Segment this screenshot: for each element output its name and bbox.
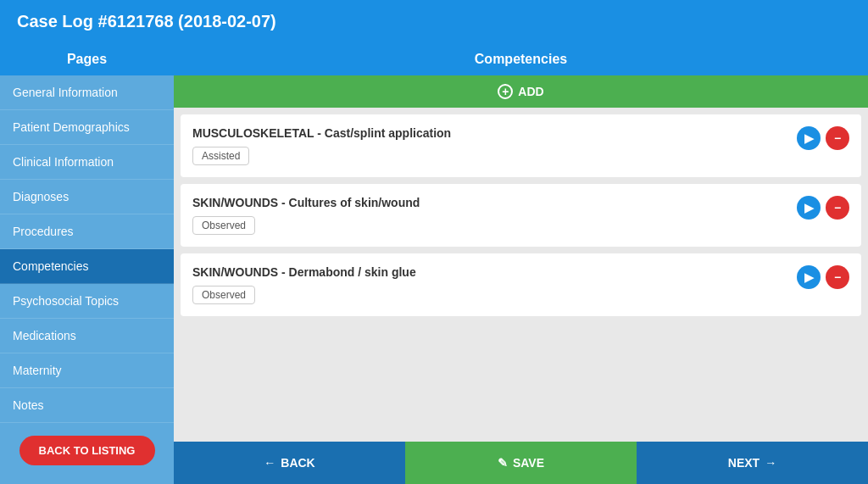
add-competency-button[interactable]: + ADD xyxy=(174,75,868,108)
arrow-right-icon: → xyxy=(765,456,776,470)
competency-badge: Observed xyxy=(192,216,255,235)
sidebar-item-psychosocial-topics[interactable]: Psychosocial Topics xyxy=(0,284,174,319)
save-button[interactable]: ✎ SAVE xyxy=(405,442,637,484)
chevron-right-icon: ▶ xyxy=(804,201,814,214)
sidebar-item-diagnoses[interactable]: Diagnoses xyxy=(0,180,174,214)
sidebar: Pages General Information Patient Demogr… xyxy=(0,43,174,484)
sidebar-item-medications[interactable]: Medications xyxy=(0,319,174,353)
sidebar-item-patient-demographics[interactable]: Patient Demographics xyxy=(0,110,174,145)
sidebar-item-general-information[interactable]: General Information xyxy=(0,75,174,110)
competency-name: SKIN/WOUNDS - Dermabond / skin glue xyxy=(192,265,797,279)
competency-name: SKIN/WOUNDS - Cultures of skin/wound xyxy=(192,196,797,209)
competency-name: MUSCULOSKELETAL - Cast/splint applicatio… xyxy=(192,126,797,140)
competency-detail-button[interactable]: ▶ xyxy=(797,126,821,150)
content-inner: Competencies + ADD MUSCULOSKELETAL - Cas… xyxy=(174,43,868,442)
competency-remove-button[interactable]: − xyxy=(826,265,849,289)
chevron-right-icon: ▶ xyxy=(804,270,814,284)
competencies-title: Competencies xyxy=(174,43,868,75)
competency-detail-button[interactable]: ▶ xyxy=(797,265,821,289)
competency-item: SKIN/WOUNDS - Dermabond / skin glue Obse… xyxy=(181,253,861,316)
sidebar-item-maternity[interactable]: Maternity xyxy=(0,353,174,388)
sidebar-item-clinical-information[interactable]: Clinical Information xyxy=(0,145,174,180)
plus-icon: + xyxy=(498,84,513,99)
footer-bar: ← BACK ✎ SAVE NEXT → xyxy=(174,442,868,484)
page-header: Case Log #6121768 (2018-02-07) xyxy=(0,0,868,43)
minus-icon: − xyxy=(834,131,841,145)
pencil-icon: ✎ xyxy=(498,456,508,470)
minus-icon: − xyxy=(834,270,841,284)
header-title: Case Log #6121768 (2018-02-07) xyxy=(17,12,276,31)
content-area: Competencies + ADD MUSCULOSKELETAL - Cas… xyxy=(174,43,868,484)
sidebar-item-procedures[interactable]: Procedures xyxy=(0,214,174,249)
competency-item: MUSCULOSKELETAL - Cast/splint applicatio… xyxy=(181,114,861,177)
minus-icon: − xyxy=(834,201,841,214)
back-button[interactable]: ← BACK xyxy=(174,442,405,484)
competency-remove-button[interactable]: − xyxy=(826,196,849,220)
competency-badge: Assisted xyxy=(192,147,249,165)
next-button[interactable]: NEXT → xyxy=(637,442,868,484)
competency-item: SKIN/WOUNDS - Cultures of skin/wound Obs… xyxy=(181,184,861,247)
sidebar-item-competencies[interactable]: Competencies xyxy=(0,249,174,284)
sidebar-item-notes[interactable]: Notes xyxy=(0,388,174,423)
chevron-right-icon: ▶ xyxy=(804,131,814,145)
arrow-left-icon: ← xyxy=(264,456,275,470)
competency-remove-button[interactable]: − xyxy=(826,126,849,150)
competency-detail-button[interactable]: ▶ xyxy=(797,196,821,220)
sidebar-title: Pages xyxy=(0,43,174,75)
competency-badge: Observed xyxy=(192,286,255,304)
back-to-listing-button[interactable]: BACK TO LISTING xyxy=(19,436,155,465)
